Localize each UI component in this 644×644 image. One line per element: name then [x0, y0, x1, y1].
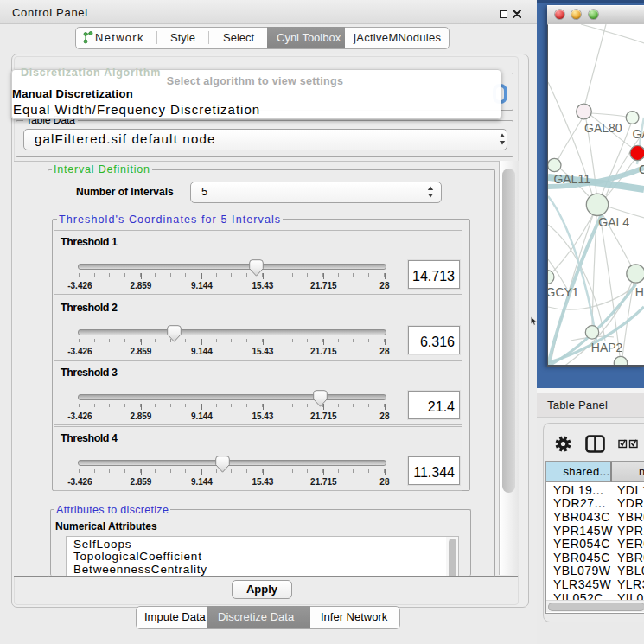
svg-text:C: C	[639, 163, 644, 176]
svg-text:HAP2: HAP2	[591, 341, 623, 354]
svg-text:H: H	[635, 285, 644, 299]
svg-text:GAL80: GAL80	[584, 121, 622, 135]
svg-text:GCY1: GCY1	[548, 285, 579, 299]
svg-text:GA: GA	[632, 127, 644, 141]
svg-text:GAL11: GAL11	[553, 172, 590, 186]
svg-text:GAL4: GAL4	[598, 215, 629, 229]
